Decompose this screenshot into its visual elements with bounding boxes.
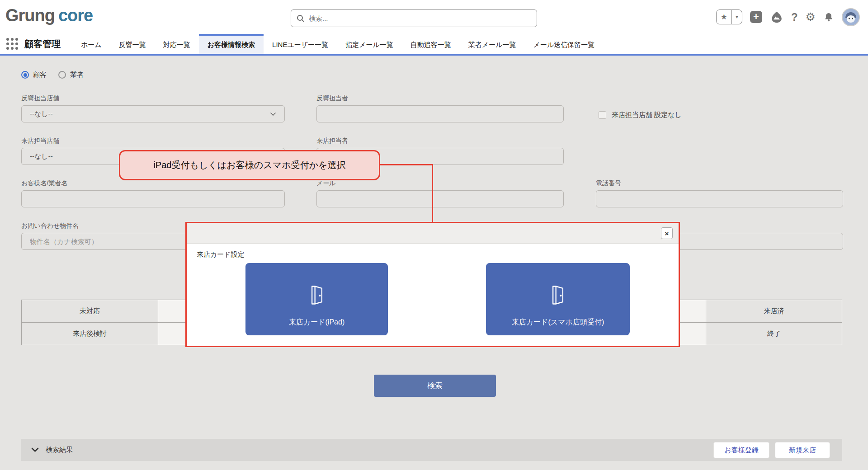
active-tab-underline — [0, 54, 868, 56]
hankyo-tantosha-field[interactable] — [325, 110, 555, 118]
annotation-connector-horizontal — [379, 164, 433, 165]
close-icon[interactable]: × — [661, 227, 673, 239]
annotation-connector-vertical — [432, 164, 433, 223]
open-door-icon — [546, 283, 570, 307]
tab-home[interactable]: ホーム — [72, 34, 110, 54]
radio-selected-icon — [21, 71, 29, 79]
modal-header — [187, 223, 679, 244]
help-icon[interactable]: ? — [791, 11, 798, 24]
hankyo-tantosha-label: 反響担当者 — [316, 94, 348, 103]
raiten-tantosha-label: 来店担当者 — [316, 137, 348, 145]
favorites-caret-icon[interactable]: ▾ — [732, 10, 742, 24]
radio-customer[interactable]: 顧客 — [21, 70, 47, 79]
hankyo-tenpo-value: --なし-- — [30, 110, 53, 118]
modal-title: 来店カード設定 — [197, 250, 245, 259]
logo-text-core: core — [58, 6, 93, 25]
tab-list: ホーム 反響一覧 対応一覧 お客様情報検索 LINEユーザー一覧 指定メール一覧… — [72, 34, 603, 54]
logo-text-grung: Grung — [5, 6, 55, 25]
chevron-down-icon — [31, 447, 39, 452]
favorites-control: ★ ▾ — [716, 9, 742, 24]
tab-taio-list[interactable]: 対応一覧 — [155, 34, 199, 54]
phone-field[interactable] — [604, 195, 835, 203]
status-cell-raitengokento[interactable]: 来店後検討 — [22, 323, 158, 345]
results-toggle[interactable]: 検索結果 — [31, 439, 73, 461]
target-type-radios: 顧客 業者 — [21, 70, 84, 79]
visit-card-smartphone-button[interactable]: 来店カード(スマホ店頭受付) — [486, 263, 630, 335]
tab-auto-followup[interactable]: 自動追客一覧 — [402, 34, 460, 54]
app-launcher-icon[interactable] — [6, 38, 18, 50]
tab-designated-mail[interactable]: 指定メール一覧 — [337, 34, 402, 54]
hankyo-tantosha-input[interactable] — [316, 105, 564, 122]
app-title: 顧客管理 — [24, 34, 61, 54]
tab-bar: 顧客管理 ホーム 反響一覧 対応一覧 お客様情報検索 LINEユーザー一覧 指定… — [0, 34, 868, 54]
customer-name-field[interactable] — [30, 195, 276, 203]
mail-field[interactable] — [325, 195, 555, 203]
raiten-tenpo-none-label: 来店担当店舗 設定なし — [612, 111, 682, 119]
global-search[interactable] — [291, 9, 537, 27]
visit-card-modal: × 来店カード設定 来店カード(iPad) 来店カード(スマホ店頭受付) — [185, 222, 680, 347]
chevron-down-icon — [270, 112, 276, 116]
customer-register-button[interactable]: お客様登録 — [713, 442, 769, 458]
visit-card-smartphone-label: 来店カード(スマホ店頭受付) — [512, 318, 604, 327]
checkbox-unchecked-icon[interactable] — [599, 111, 606, 119]
tab-hankyo-list[interactable]: 反響一覧 — [110, 34, 155, 54]
avatar-astro-icon — [843, 9, 859, 25]
status-cell-mitaio[interactable]: 未対応 — [22, 300, 158, 323]
app-root: Grungcore ★ ▾ + ? ⚙ 顧客管理 ホーム 反響一覧 — [0, 0, 868, 470]
radio-customer-label: 顧客 — [33, 70, 47, 79]
global-header: Grungcore ★ ▾ + ? ⚙ — [0, 0, 868, 34]
customer-name-input[interactable] — [21, 190, 285, 207]
tab-line-users[interactable]: LINEユーザー一覧 — [264, 34, 337, 54]
trailhead-icon[interactable] — [770, 10, 783, 24]
favorites-star-icon[interactable]: ★ — [717, 10, 732, 24]
mail-input[interactable] — [316, 190, 564, 207]
hankyo-tenpo-label: 反響担当店舗 — [21, 94, 59, 103]
tab-mail-hold[interactable]: メール送信保留一覧 — [525, 34, 604, 54]
brand-logo: Grungcore — [5, 6, 93, 25]
visit-card-ipad-label: 来店カード(iPad) — [289, 318, 344, 327]
raiten-tenpo-none-option[interactable]: 来店担当店舗 設定なし — [599, 111, 682, 119]
search-icon — [297, 14, 305, 23]
radio-unselected-icon — [58, 71, 66, 79]
property-label: お問い合わせ物件名 — [21, 222, 79, 230]
search-button[interactable]: 検索 — [374, 375, 496, 397]
raiten-tenpo-value: --なし-- — [30, 152, 53, 161]
hankyo-tenpo-select[interactable]: --なし-- — [21, 105, 285, 122]
search-input[interactable] — [309, 14, 531, 22]
customer-name-label: お客様名/業者名 — [21, 179, 67, 188]
radio-vendor[interactable]: 業者 — [58, 70, 84, 79]
phone-label: 電話番号 — [596, 179, 621, 188]
tab-vendor-mail[interactable]: 業者メール一覧 — [460, 34, 525, 54]
status-cell-raitenzumi[interactable]: 来店済 — [706, 300, 842, 323]
new-visit-button[interactable]: 新規来店 — [775, 442, 830, 458]
raiten-tenpo-label: 来店担当店舗 — [21, 137, 59, 145]
user-avatar[interactable] — [842, 8, 860, 26]
radio-vendor-label: 業者 — [70, 70, 84, 79]
phone-input[interactable] — [596, 190, 843, 207]
global-add-icon[interactable]: + — [750, 11, 762, 23]
open-door-icon — [305, 283, 329, 307]
notifications-bell-icon[interactable] — [823, 12, 834, 23]
status-cell-shuryo[interactable]: 終了 — [706, 323, 842, 345]
tab-customer-search[interactable]: お客様情報検索 — [199, 34, 264, 54]
results-bar: 検索結果 お客様登録 新規来店 — [21, 439, 842, 461]
visit-card-ipad-button[interactable]: 来店カード(iPad) — [245, 263, 388, 335]
header-actions: ★ ▾ + ? ⚙ — [716, 0, 860, 34]
mail-label: メール — [316, 179, 336, 188]
annotation-callout: iPad受付もしくはお客様のスマホ受付かを選択 — [119, 150, 380, 180]
setup-gear-icon[interactable]: ⚙ — [806, 10, 816, 24]
results-label: 検索結果 — [46, 446, 73, 454]
